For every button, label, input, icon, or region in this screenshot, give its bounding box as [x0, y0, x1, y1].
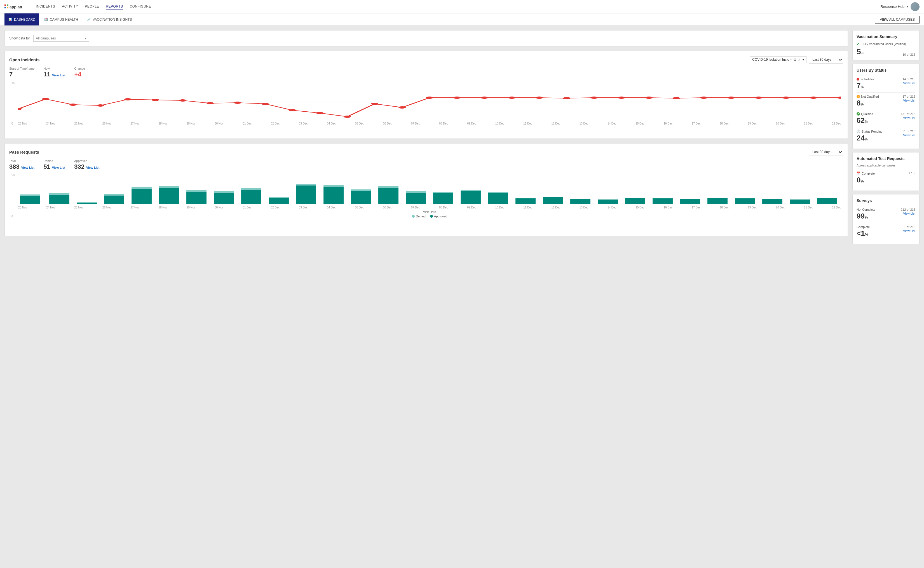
sub-nav-tabs: 📊 DASHBOARD 🏥 CAMPUS HEALTH 💉 VACCINATIO…: [5, 14, 136, 26]
pass-requests-stats: Total 383 View List Denied 51 View List …: [9, 159, 843, 171]
bar-y-max: 50: [12, 174, 18, 177]
svg-point-11: [97, 104, 104, 107]
qualified-view-link[interactable]: View List: [903, 116, 915, 119]
nav-activity[interactable]: ACTIVITY: [62, 3, 78, 10]
svg-point-14: [179, 99, 186, 101]
vaccination-count: 10 of 213: [903, 53, 915, 56]
svg-rect-74: [460, 191, 481, 204]
tab-vaccination-insights[interactable]: 💉 VACCINATION INSIGHTS: [83, 14, 136, 26]
svg-point-38: [837, 97, 841, 99]
now-value: 11 View List: [43, 71, 65, 78]
survey-complete-right: 1 of 213 View List: [903, 225, 915, 233]
incident-filter-settings-icon[interactable]: ⚙: [793, 57, 797, 62]
total-value: 383 View List: [9, 163, 35, 171]
change-stat: Change +4: [74, 67, 85, 78]
user-name[interactable]: Response Hub: [880, 5, 904, 9]
nav-incidents[interactable]: INCIDENTS: [36, 3, 55, 10]
calendar-icon: 📅: [856, 172, 861, 175]
now-view-list-link[interactable]: View List: [52, 74, 65, 77]
start-value: 7: [9, 71, 35, 78]
pending-pct: 24%: [856, 134, 883, 142]
nav-people[interactable]: PEOPLE: [85, 3, 99, 10]
total-view-link[interactable]: View List: [21, 166, 35, 169]
show-data-label: Show data for: [9, 36, 30, 40]
svg-rect-46: [77, 203, 97, 204]
nav-reports[interactable]: REPORTS: [106, 3, 123, 10]
denied-view-link[interactable]: View List: [52, 166, 65, 169]
tab-campus-health[interactable]: 🏥 CAMPUS HEALTH: [40, 14, 82, 26]
svg-rect-73: [433, 192, 453, 193]
svg-rect-64: [323, 187, 344, 204]
not-qualified-icon: !: [856, 95, 860, 98]
svg-rect-45: [49, 193, 69, 195]
svg-rect-68: [378, 188, 399, 204]
legend-denied: Denied: [412, 215, 426, 218]
open-incidents-time-select[interactable]: Last 30 days: [809, 56, 843, 63]
survey-not-complete-view-link[interactable]: View List: [903, 212, 915, 215]
bar-chart-x-labels: 23 Nov 24 Nov 25 Nov 26 Nov 27 Nov 28 No…: [18, 206, 841, 209]
svg-rect-63: [296, 184, 316, 186]
denied-label: Denied: [43, 159, 65, 163]
svg-rect-79: [543, 197, 563, 204]
svg-rect-42: [20, 196, 40, 204]
survey-complete-left: Complete <1%: [856, 225, 870, 238]
chart-y-axis: 15 0: [12, 82, 18, 125]
pending-right: 51 of 213 View List: [903, 130, 915, 137]
svg-point-12: [124, 98, 131, 100]
pass-requests-title: Pass Requests: [9, 150, 39, 154]
line-chart-x-labels: 23 Nov 24 Nov 25 Nov 26 Nov 27 Nov 28 No…: [18, 122, 841, 125]
denied-legend-label: Denied: [416, 215, 426, 218]
isolation-label: In Isolation: [861, 77, 875, 81]
survey-complete-pct: <1%: [856, 229, 870, 238]
svg-rect-71: [406, 191, 426, 193]
y-min-label: 0: [12, 122, 18, 125]
survey-not-complete-left: Not Complete 99%: [856, 208, 875, 221]
change-label: Change: [74, 67, 85, 70]
sub-nav: 📊 DASHBOARD 🏥 CAMPUS HEALTH 💉 VACCINATIO…: [0, 14, 924, 26]
svg-point-17: [261, 103, 269, 105]
nav-links: INCIDENTS ACTIVITY PEOPLE REPORTS CONFIG…: [36, 3, 880, 10]
user-dropdown-arrow[interactable]: ▾: [907, 5, 908, 8]
change-value: +4: [74, 71, 85, 78]
isolation-view-link[interactable]: View List: [903, 82, 915, 85]
svg-point-29: [590, 97, 598, 99]
incident-type-filter[interactable]: COVID-19 Isolation Incic -- ⚙ ✕ ▾: [750, 56, 806, 63]
tab-vaccination-label: VACCINATION INSIGHTS: [93, 18, 132, 21]
legend-approved: Approved: [430, 215, 447, 218]
user-avatar[interactable]: [910, 2, 919, 11]
vaccination-summary-card: Vaccination Summary ✔ Fully Vaccinated U…: [852, 30, 919, 60]
svg-point-18: [289, 109, 296, 111]
svg-rect-67: [351, 189, 371, 191]
svg-rect-50: [131, 189, 152, 204]
svg-point-26: [508, 97, 515, 99]
svg-text:appian: appian: [9, 5, 22, 9]
not-qualified-view-link[interactable]: View List: [903, 99, 915, 102]
campus-select[interactable]: All campuses: [33, 35, 89, 42]
start-label: Start of Timeframe: [9, 67, 35, 70]
approved-stat: Approved 332 View List: [74, 159, 99, 171]
survey-complete-view-link[interactable]: View List: [903, 229, 915, 233]
pass-requests-card: Pass Requests Last 30 days Total 383 Vie…: [5, 143, 848, 236]
vaccination-summary-title: Vaccination Summary: [856, 35, 915, 39]
approved-view-link[interactable]: View List: [86, 166, 99, 169]
pending-view-link[interactable]: View List: [903, 133, 915, 137]
nav-configure[interactable]: CONFIGURE: [130, 3, 151, 10]
pass-requests-time-select[interactable]: Last 30 days: [809, 148, 843, 156]
visit-date-label: Visit Date: [18, 210, 841, 213]
svg-rect-55: [186, 190, 207, 192]
incident-filter-dropdown-icon[interactable]: ▾: [803, 58, 804, 61]
incident-filter-close-icon[interactable]: ✕: [798, 58, 800, 62]
total-label: Total: [9, 159, 35, 163]
svg-rect-43: [20, 195, 40, 196]
svg-point-33: [700, 97, 707, 99]
svg-rect-70: [406, 193, 426, 204]
test-complete-label-row: 📅 Complete: [856, 172, 875, 175]
surveys-title: Surveys: [856, 198, 915, 203]
svg-point-13: [152, 99, 159, 101]
svg-rect-59: [241, 188, 261, 190]
app-logo: appian: [5, 3, 27, 10]
status-pending: 🕐 Status Pending 24% 51 of 213 View List: [856, 127, 915, 145]
tab-dashboard[interactable]: 📊 DASHBOARD: [5, 14, 39, 26]
view-all-campuses-button[interactable]: VIEW ALL CAMPUSES: [875, 16, 919, 24]
svg-point-37: [810, 97, 817, 99]
